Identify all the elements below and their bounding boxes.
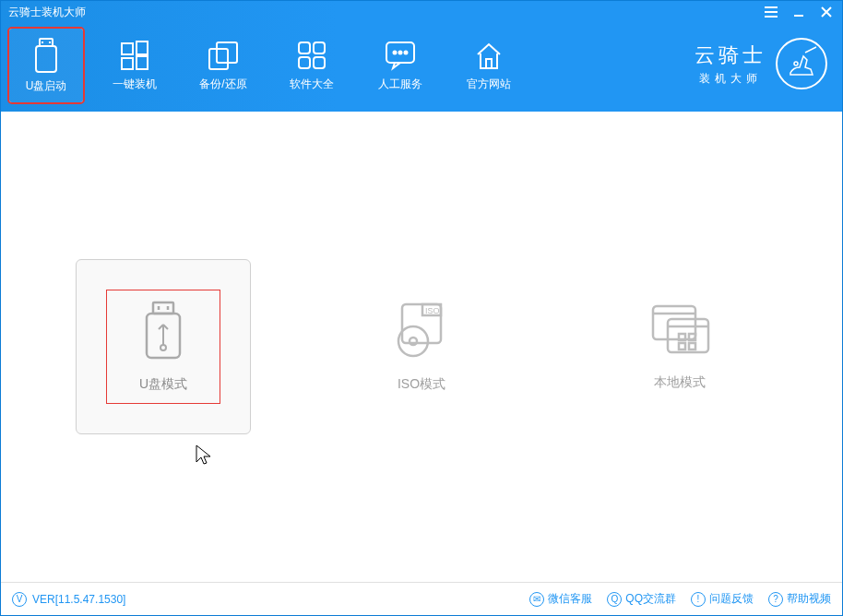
svg-rect-4 (122, 43, 133, 54)
svg-rect-12 (299, 57, 310, 68)
cursor-icon (195, 444, 211, 466)
footer-help-video[interactable]: ? 帮助视频 (768, 591, 831, 607)
apps-icon (296, 40, 327, 71)
mode-label: U盘模式 (139, 376, 187, 393)
svg-point-17 (405, 51, 408, 53)
home-icon (472, 40, 505, 71)
svg-rect-36 (679, 343, 685, 349)
app-title: 云骑士装机大师 (8, 5, 86, 20)
knight-logo-icon (776, 38, 827, 89)
nav-label: U盘启动 (26, 78, 67, 94)
mode-selector: U盘模式 ISO ISO模式 (76, 259, 767, 434)
footer-links: ✉ 微信客服 Q QQ交流群 ! 问题反馈 ? 帮助视频 (529, 591, 831, 607)
svg-rect-21 (153, 302, 173, 314)
local-windows-icon (647, 302, 712, 356)
svg-line-19 (805, 47, 816, 53)
backup-icon (207, 40, 240, 71)
mode-usb[interactable]: U盘模式 (76, 259, 251, 434)
nav-label: 人工服务 (378, 77, 422, 92)
version-text: VER[11.5.47.1530] (32, 593, 125, 606)
svg-rect-18 (486, 59, 492, 68)
svg-rect-7 (137, 56, 148, 69)
menu-button[interactable] (763, 4, 779, 20)
mode-local[interactable]: 本地模式 (592, 259, 767, 434)
svg-point-16 (399, 51, 402, 53)
nav-software[interactable]: 软件大全 (274, 28, 350, 103)
svg-rect-35 (689, 334, 695, 340)
footer-qq-group[interactable]: Q QQ交流群 (607, 591, 676, 607)
nav-backup-restore[interactable]: 备份/还原 (185, 28, 261, 103)
minimize-button[interactable] (790, 4, 807, 20)
mode-label: 本地模式 (654, 374, 706, 391)
content-area: U盘模式 ISO ISO模式 (1, 112, 842, 582)
version-icon: V (12, 592, 27, 607)
mode-usb-highlight: U盘模式 (106, 290, 220, 404)
svg-point-29 (410, 338, 417, 345)
brand-line2: 装机大师 (695, 71, 766, 87)
nav-label: 官方网站 (467, 77, 511, 92)
wechat-icon: ✉ (529, 592, 544, 607)
iso-icon: ISO (391, 301, 452, 358)
help-icon: ? (768, 592, 783, 607)
svg-rect-13 (314, 57, 325, 68)
footer-link-label: 问题反馈 (709, 591, 754, 607)
svg-rect-5 (137, 41, 148, 54)
svg-rect-37 (689, 343, 695, 349)
svg-rect-11 (314, 42, 325, 53)
footer-link-label: 帮助视频 (787, 591, 831, 607)
svg-text:ISO: ISO (425, 306, 440, 315)
nav-official-site[interactable]: 官方网站 (451, 28, 527, 103)
nav-label: 备份/还原 (199, 77, 246, 92)
nav-usb-boot[interactable]: U盘启动 (8, 28, 84, 103)
footer-link-label: QQ交流群 (625, 591, 676, 607)
nav-one-click-install[interactable]: 一键装机 (97, 28, 172, 103)
windows-icon (119, 40, 150, 71)
nav-support[interactable]: 人工服务 (362, 28, 438, 103)
footer-link-label: 微信客服 (548, 591, 592, 607)
titlebar: 云骑士装机大师 (1, 1, 842, 23)
svg-rect-8 (209, 49, 228, 69)
window-buttons (763, 4, 835, 20)
version-info[interactable]: V VER[11.5.47.1530] (12, 592, 125, 607)
footer: V VER[11.5.47.1530] ✉ 微信客服 Q QQ交流群 ! 问题反… (1, 582, 842, 615)
brand: 云骑士 装机大师 (695, 38, 827, 89)
close-button[interactable] (818, 4, 835, 20)
nav-label: 一键装机 (113, 77, 157, 92)
usb-icon (31, 38, 61, 73)
footer-feedback[interactable]: ! 问题反馈 (691, 591, 754, 607)
header: 云骑士装机大师 (1, 1, 842, 112)
svg-rect-10 (299, 42, 310, 53)
svg-rect-34 (679, 334, 685, 340)
mode-iso[interactable]: ISO ISO模式 (334, 259, 509, 434)
brand-text: 云骑士 装机大师 (695, 41, 766, 87)
usb-large-icon (137, 301, 189, 361)
feedback-icon: ! (691, 592, 706, 607)
brand-line1: 云骑士 (695, 41, 766, 69)
mode-label: ISO模式 (398, 376, 445, 393)
footer-wechat-support[interactable]: ✉ 微信客服 (529, 591, 592, 607)
svg-rect-6 (122, 58, 133, 69)
app-window: 云骑士装机大师 (0, 0, 843, 616)
svg-point-15 (394, 51, 397, 53)
qq-icon: Q (607, 592, 622, 607)
nav-label: 软件大全 (290, 77, 334, 92)
chat-icon (384, 40, 417, 71)
svg-point-20 (794, 62, 798, 65)
svg-rect-1 (36, 46, 56, 72)
